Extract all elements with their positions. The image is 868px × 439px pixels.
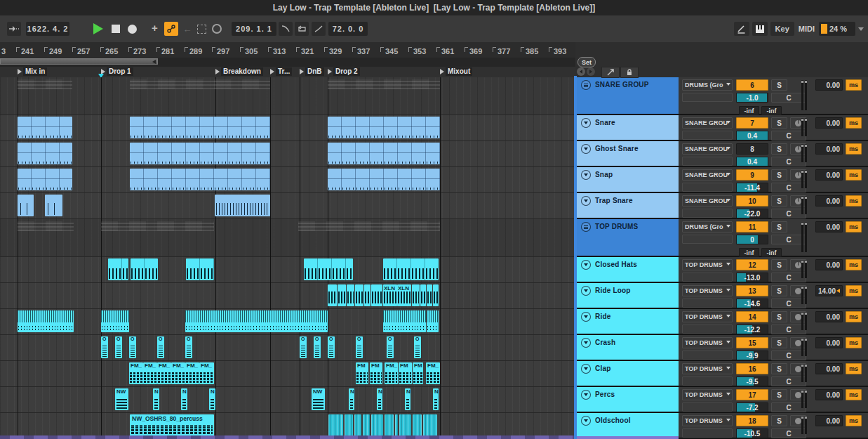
chevron-down-icon[interactable]	[858, 27, 864, 31]
track-name-cell[interactable]: Clap	[577, 361, 679, 386]
input-chooser[interactable]	[682, 183, 733, 192]
track-activator[interactable]: 7	[736, 117, 768, 129]
track-delay-value[interactable]: 0.00	[815, 363, 843, 374]
clip[interactable]	[304, 258, 353, 280]
clip[interactable]: O	[314, 336, 321, 358]
delay-unit-button[interactable]: ms	[846, 337, 862, 348]
arm-button[interactable]	[790, 337, 806, 348]
clip[interactable]: O	[129, 336, 136, 358]
stop-button[interactable]	[112, 25, 120, 33]
clip[interactable]	[185, 310, 328, 332]
clip[interactable]: NW	[115, 388, 128, 410]
locator-row[interactable]: Mix inDrop 1BreakdownTr...DnBDrop 2Mixou…	[0, 67, 575, 78]
clip[interactable]: XLN	[397, 284, 411, 306]
solo-button[interactable]: S	[771, 169, 787, 181]
fold-button[interactable]	[581, 416, 591, 426]
volume-slider[interactable]: -22.0	[736, 209, 768, 218]
track-delay-value[interactable]: 0.00	[815, 169, 843, 181]
solo-button[interactable]: S	[771, 285, 787, 296]
volume-slider[interactable]: -7.2	[736, 402, 768, 412]
clip[interactable]	[399, 414, 411, 436]
fold-button[interactable]	[581, 312, 591, 322]
delay-unit-button[interactable]: ms	[846, 117, 862, 129]
clip[interactable]	[383, 310, 426, 332]
arm-button[interactable]	[790, 285, 806, 296]
clip[interactable]: O	[414, 336, 421, 358]
fold-button[interactable]	[581, 286, 591, 296]
play-button[interactable]	[93, 23, 103, 34]
clip[interactable]: FM	[413, 362, 423, 384]
clip[interactable]	[433, 284, 439, 306]
clip[interactable]	[347, 284, 354, 306]
track-name-cell[interactable]: Ride Loop	[577, 283, 679, 308]
clip[interactable]: FM	[356, 362, 368, 384]
beat-time-ruler[interactable]: 3241249257265273281289297305313321329337…	[0, 42, 575, 58]
arm-button[interactable]	[790, 363, 806, 374]
record-button[interactable]	[128, 25, 137, 34]
midi-map-button[interactable]: MIDI	[797, 22, 816, 36]
clip[interactable]	[130, 169, 270, 190]
track-delay-value[interactable]: 0.00	[815, 117, 843, 129]
output-routing-chooser[interactable]: TOP DRUMS	[682, 337, 733, 348]
delay-unit-button[interactable]: ms	[846, 259, 862, 270]
arm-button[interactable]	[790, 389, 806, 400]
input-chooser[interactable]	[682, 209, 733, 218]
output-routing-chooser[interactable]: TOP DRUMS	[682, 259, 733, 270]
track-name-cell[interactable]: Trap Snare	[577, 193, 679, 218]
clip[interactable]	[328, 414, 343, 436]
capture-midi-button[interactable]	[194, 22, 208, 36]
track-activator[interactable]: 6	[736, 79, 768, 91]
delay-unit-button[interactable]: ms	[846, 143, 862, 155]
clip[interactable]	[101, 310, 129, 332]
fold-button[interactable]	[581, 80, 591, 90]
track-name-cell[interactable]: TOP DRUMS	[577, 219, 679, 256]
track-delay-value[interactable]: 0.00	[815, 195, 843, 207]
clip[interactable]	[371, 284, 382, 306]
track-activator[interactable]: 15	[736, 337, 768, 348]
locator-breakdown[interactable]: Breakdown	[215, 67, 263, 76]
clip[interactable]	[364, 284, 370, 306]
track-name-cell[interactable]: Snap	[577, 167, 679, 192]
output-routing-chooser[interactable]: TOP DRUMS	[682, 285, 733, 296]
punch-in-button[interactable]	[279, 22, 293, 36]
output-routing-chooser[interactable]: SNARE GROU	[682, 195, 733, 207]
track-delay-value[interactable]: 0.00	[815, 311, 843, 322]
track-lane-snare-group[interactable]	[0, 77, 574, 115]
fold-button[interactable]	[581, 390, 591, 400]
track-lane-trap-snare[interactable]	[0, 193, 574, 219]
panel-divider[interactable]	[574, 76, 577, 439]
input-chooser[interactable]	[682, 325, 733, 334]
loop-brace-handle-icon[interactable]	[152, 60, 156, 64]
clip[interactable]	[18, 117, 72, 138]
output-routing-chooser[interactable]: TOP DRUMS	[682, 389, 733, 400]
clip[interactable]	[345, 414, 353, 436]
input-chooser[interactable]	[682, 157, 733, 166]
draw-mode-button[interactable]	[734, 22, 749, 36]
midi-overdub-button[interactable]	[210, 22, 224, 36]
clip[interactable]	[328, 284, 337, 306]
volume-slider[interactable]: -1.0	[736, 93, 768, 103]
track-lane-ride-loop[interactable]: XLNXLN	[0, 283, 574, 309]
clip[interactable]: O	[115, 336, 122, 358]
track-activator[interactable]: 17	[736, 389, 768, 400]
delay-unit-button[interactable]: ms	[846, 169, 862, 181]
previous-locator-button[interactable]	[577, 67, 585, 76]
track-activator[interactable]: 8	[736, 143, 768, 155]
clip[interactable]: O	[185, 336, 192, 358]
clip[interactable]	[395, 414, 398, 436]
clip[interactable]	[354, 414, 361, 436]
clip[interactable]	[338, 284, 346, 306]
solo-button[interactable]: S	[771, 79, 787, 91]
output-routing-chooser[interactable]: DRUMS (Gro	[682, 221, 733, 232]
locator-drop-1[interactable]: Drop 1	[101, 67, 133, 76]
output-routing-chooser[interactable]: SNARE GROU	[682, 169, 733, 181]
output-routing-chooser[interactable]: TOP DRUMS	[682, 311, 733, 322]
track-delay-value[interactable]: 0.00	[815, 389, 843, 400]
track-delay-value[interactable]: 0.00	[815, 415, 843, 426]
volume-slider[interactable]: -9.5	[736, 376, 768, 386]
cpu-meter[interactable]: 24 %	[819, 22, 855, 36]
punch-out-button[interactable]	[312, 22, 326, 36]
clip[interactable]	[101, 221, 214, 231]
arm-button[interactable]	[790, 169, 806, 181]
crossfade-1[interactable]: -inf	[761, 106, 782, 115]
